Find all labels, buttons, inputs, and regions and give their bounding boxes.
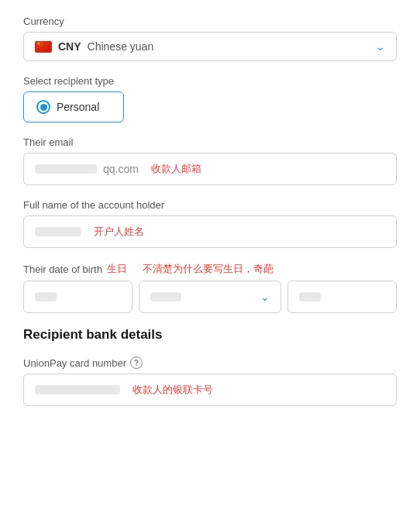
full-name-input[interactable]: 开户人姓名 [23, 215, 397, 248]
full-name-input-row: 开户人姓名 [35, 225, 385, 239]
currency-select[interactable]: CNY Chinese yuan ⌄ [23, 32, 397, 61]
currency-field: Currency CNY Chinese yuan ⌄ [23, 16, 397, 61]
dob-label: Their date of birth [23, 264, 102, 275]
china-flag-icon [35, 41, 52, 53]
unionpay-help-icon[interactable]: ? [130, 357, 143, 369]
currency-name: Chinese yuan [88, 40, 154, 53]
radio-circle-personal [36, 100, 50, 114]
recipient-type-label: Select recipient type [23, 75, 397, 87]
email-input[interactable]: qq.com 收款人邮箱 [23, 153, 397, 185]
dob-field: Their date of birth 生日 不清楚为什么要写生日，奇葩 ⌄ [23, 262, 397, 313]
fullname-blur-placeholder [35, 227, 81, 236]
full-name-field: Full name of the account holder 开户人姓名 [23, 199, 397, 248]
their-email-label: Their email [23, 136, 397, 148]
email-blur-placeholder [35, 164, 97, 174]
unionpay-input[interactable]: 收款人的银联卡号 [23, 374, 397, 406]
dob-month-input[interactable]: ⌄ [139, 281, 282, 313]
radio-options: Personal [23, 91, 397, 122]
email-suffix: qq.com [103, 163, 139, 175]
dob-label-row: Their date of birth 生日 不清楚为什么要写生日，奇葩 [23, 262, 397, 276]
unionpay-label: UnionPay card number [23, 357, 126, 369]
unionpay-blur-placeholder [35, 385, 120, 395]
dob-day-placeholder [35, 292, 57, 302]
currency-label: Currency [23, 16, 397, 27]
their-email-field: Their email qq.com 收款人邮箱 [23, 136, 397, 185]
currency-code: CNY [58, 40, 81, 53]
email-annotation: 收款人邮箱 [151, 162, 201, 176]
email-input-row: qq.com 收款人邮箱 [35, 162, 385, 176]
bank-details-title: Recipient bank details [23, 327, 397, 343]
dob-month-chevron-icon: ⌄ [260, 291, 270, 303]
fullname-annotation: 开户人姓名 [94, 225, 144, 239]
dob-annotation2: 不清楚为什么要写生日，奇葩 [143, 262, 274, 276]
dob-day-input[interactable] [23, 281, 133, 313]
dob-annotation: 生日 [107, 262, 127, 276]
dob-year-placeholder [299, 292, 321, 302]
radio-option-personal[interactable]: Personal [23, 91, 124, 122]
unionpay-input-row: 收款人的银联卡号 [35, 383, 385, 397]
dob-year-input[interactable] [287, 281, 397, 313]
dob-row: ⌄ [23, 281, 397, 313]
unionpay-label-row: UnionPay card number ? [23, 357, 397, 369]
currency-select-left: CNY Chinese yuan [35, 40, 153, 53]
recipient-type-field: Select recipient type Personal [23, 75, 397, 122]
radio-label-personal: Personal [57, 101, 99, 113]
unionpay-annotation: 收款人的银联卡号 [133, 383, 213, 397]
dob-month-placeholder [150, 292, 181, 302]
full-name-label: Full name of the account holder [23, 199, 397, 211]
chevron-down-icon: ⌄ [376, 40, 385, 53]
bank-details-section: Recipient bank details [23, 327, 397, 343]
unionpay-field: UnionPay card number ? 收款人的银联卡号 [23, 357, 397, 406]
